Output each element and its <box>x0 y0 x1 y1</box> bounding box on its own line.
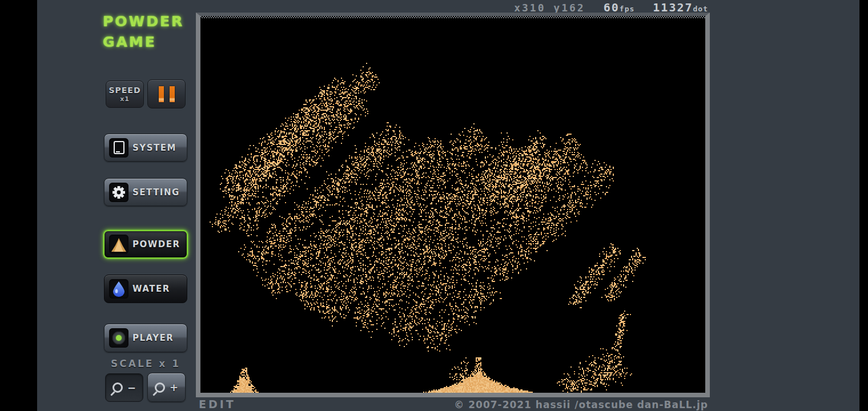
zoom-in-button[interactable]: + <box>147 373 186 402</box>
magnifier-icon <box>155 382 165 393</box>
powder-game-window: POWDER GAME x310 y162 60fps 11327dot SPE… <box>0 0 868 411</box>
speed-button-value: x1 <box>120 95 130 103</box>
sand-pile-icon <box>110 236 127 252</box>
zoom-out-button[interactable]: − <box>105 373 143 402</box>
system-button[interactable]: SYSTEM <box>104 134 187 162</box>
game-field-frame <box>196 13 710 397</box>
water-element-button[interactable]: WATER <box>104 275 187 303</box>
setting-button[interactable]: SETTING <box>104 178 187 206</box>
zoom-out-sign: − <box>127 382 136 394</box>
pause-icon <box>159 86 164 102</box>
scale-label: SCALE x 1 <box>104 358 187 369</box>
magnifier-icon <box>112 382 123 393</box>
setting-button-label: SETTING <box>132 187 180 198</box>
water-button-label: WATER <box>132 284 170 294</box>
setting-icon <box>109 183 128 202</box>
player-icon <box>109 328 128 348</box>
zoom-in-sign: + <box>170 381 178 393</box>
system-icon <box>109 138 128 158</box>
gear-icon <box>111 185 126 200</box>
speed-button-label: SPEED <box>108 86 140 95</box>
player-button[interactable]: PLAYER <box>104 324 187 352</box>
system-button-label: SYSTEM <box>132 143 176 153</box>
player-ball-icon <box>112 332 125 344</box>
pause-button[interactable] <box>147 79 186 108</box>
player-ball-core <box>116 335 122 341</box>
fps-unit: fps <box>620 5 634 13</box>
player-button-label: PLAYER <box>132 333 174 343</box>
speed-button[interactable]: SPEED x1 <box>106 80 144 108</box>
powder-element-button[interactable]: POWDER <box>103 230 188 259</box>
logo-line-2: GAME <box>103 32 184 53</box>
cursor-coordinates: x310 y162 <box>514 2 585 14</box>
powder-icon <box>109 235 128 254</box>
copyright-text: © 2007-2021 hassii /otascube dan-BaLL.jp <box>454 399 708 410</box>
water-icon <box>109 279 128 299</box>
dot-count-unit: dot <box>693 5 708 13</box>
game-logo: POWDER GAME <box>103 11 184 53</box>
logo-line-1: POWDER <box>103 11 184 32</box>
water-drop-icon <box>111 281 126 297</box>
game-page: POWDER GAME x310 y162 60fps 11327dot SPE… <box>37 0 859 411</box>
powder-button-label: POWDER <box>132 239 180 249</box>
pause-icon <box>170 86 175 102</box>
game-canvas[interactable] <box>200 16 705 393</box>
monitor-icon <box>114 141 124 154</box>
edit-menu-label[interactable]: EDIT <box>199 398 236 410</box>
